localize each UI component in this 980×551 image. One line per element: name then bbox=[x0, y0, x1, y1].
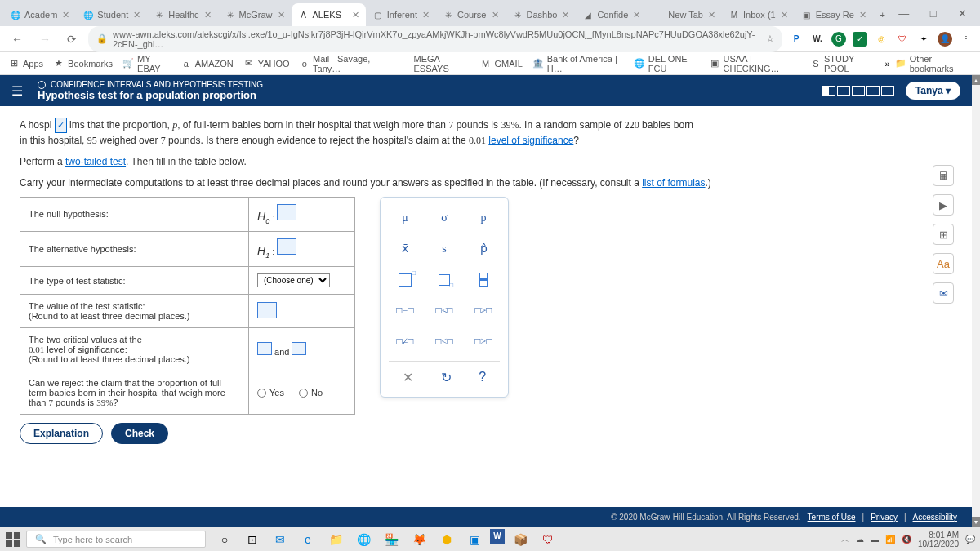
test-statistic-select[interactable]: (Choose one) bbox=[257, 273, 330, 287]
browser-tab-7[interactable]: ✳Dashbo✕ bbox=[506, 3, 577, 26]
hamburger-icon[interactable]: ☰ bbox=[11, 83, 23, 99]
palette-s[interactable]: s bbox=[428, 237, 461, 261]
palette-phat[interactable]: p̂ bbox=[467, 237, 500, 261]
check-button[interactable]: Check bbox=[111, 423, 168, 444]
test-statistic-value-input[interactable] bbox=[257, 302, 277, 318]
level-of-significance-link[interactable]: level of significance bbox=[488, 135, 573, 146]
start-button[interactable] bbox=[5, 531, 21, 548]
taskbar-search[interactable]: 🔍 Type here to search bbox=[26, 531, 206, 548]
palette-help[interactable]: ? bbox=[475, 367, 489, 389]
tab-close-icon[interactable]: ✕ bbox=[781, 10, 788, 20]
ext-icon-5[interactable]: ◎ bbox=[874, 32, 889, 47]
cortana-icon[interactable]: ○ bbox=[212, 529, 237, 550]
mail-app-icon[interactable]: ✉ bbox=[268, 529, 292, 550]
tray-battery-icon[interactable]: ▬ bbox=[871, 535, 879, 544]
yes-radio[interactable]: Yes bbox=[257, 388, 284, 398]
scrollbar-thumb-bottom[interactable]: ▾ bbox=[972, 517, 980, 527]
palette-lt[interactable]: □<□ bbox=[428, 330, 461, 354]
h0-input[interactable] bbox=[277, 204, 296, 220]
tray-wifi-icon[interactable]: 📶 bbox=[885, 535, 895, 544]
palette-ne[interactable]: □≠□ bbox=[389, 330, 421, 354]
palette-fraction[interactable] bbox=[467, 268, 500, 292]
bookmark-1[interactable]: ★Bookmarks bbox=[53, 54, 113, 73]
h1-input[interactable] bbox=[277, 238, 296, 255]
calculator-tool-icon[interactable]: 🖩 bbox=[933, 165, 954, 186]
palette-subscript[interactable]: □ bbox=[428, 268, 461, 292]
palette-ge[interactable]: □≥□ bbox=[467, 299, 500, 323]
browser-tab-1[interactable]: 🌐Student✕ bbox=[76, 3, 147, 26]
bookmark-11[interactable]: SSTUDY POOL bbox=[811, 54, 875, 73]
null-hypothesis-link[interactable]: null hypothesis bbox=[47, 209, 106, 219]
browser-tab-0[interactable]: 🌐Academ✕ bbox=[3, 3, 76, 26]
privacy-link[interactable]: Privacy bbox=[867, 513, 901, 522]
ext-icon-2[interactable]: W. bbox=[810, 32, 825, 47]
bookmark-10[interactable]: ▣USAA | CHECKING… bbox=[710, 54, 800, 73]
user-menu[interactable]: Tanya ▾ bbox=[906, 82, 960, 100]
mcafee-icon[interactable]: 🛡 bbox=[536, 529, 560, 550]
tab-close-icon[interactable]: ✕ bbox=[62, 10, 69, 20]
chrome-menu-icon[interactable]: ⋮ bbox=[959, 32, 973, 47]
bookmark-7[interactable]: MGMAIL bbox=[480, 54, 523, 73]
tab-close-icon[interactable]: ✕ bbox=[492, 10, 499, 20]
tab-close-icon[interactable]: ✕ bbox=[859, 10, 866, 20]
other-bookmarks[interactable]: 📁 Other bookmarks bbox=[895, 54, 972, 73]
no-radio[interactable]: No bbox=[299, 388, 323, 398]
forward-button[interactable]: → bbox=[34, 29, 56, 49]
bookmark-6[interactable]: MEGA ESSAYS bbox=[400, 54, 470, 73]
two-tailed-link[interactable]: two-tailed test bbox=[65, 156, 126, 167]
tab-close-icon[interactable]: ✕ bbox=[708, 10, 715, 20]
list-of-formulas-link[interactable]: list of formulas bbox=[642, 177, 705, 189]
browser-tab-8[interactable]: ◢Confide✕ bbox=[576, 3, 647, 26]
palette-le[interactable]: □≤□ bbox=[428, 299, 461, 323]
alt-hypothesis-link[interactable]: alternative hypothesis bbox=[47, 244, 133, 254]
palette-exponent[interactable] bbox=[389, 268, 421, 292]
video-tool-icon[interactable]: ▶ bbox=[933, 194, 954, 216]
palette-p[interactable]: p bbox=[467, 206, 500, 230]
close-window-button[interactable]: ✕ bbox=[951, 2, 974, 24]
scrollbar-thumb-top[interactable]: ▴ bbox=[972, 75, 980, 85]
palette-gt[interactable]: □>□ bbox=[467, 330, 500, 354]
tab-close-icon[interactable]: ✕ bbox=[204, 10, 212, 20]
explorer-icon[interactable]: 📁 bbox=[323, 529, 348, 550]
edge-icon[interactable]: e bbox=[296, 529, 320, 550]
vertical-scrollbar[interactable]: ▴ ▾ bbox=[972, 75, 980, 527]
bookmark-0[interactable]: ⊞Apps bbox=[8, 54, 43, 73]
browser-tab-10[interactable]: MInbox (1✕ bbox=[722, 3, 795, 26]
tab-close-icon[interactable]: ✕ bbox=[562, 10, 569, 20]
app-icon-2[interactable]: ▣ bbox=[462, 529, 487, 550]
star-icon[interactable]: ☆ bbox=[766, 33, 774, 44]
word-icon[interactable]: W bbox=[490, 529, 505, 544]
crit-val-1-input[interactable] bbox=[257, 342, 272, 355]
text-tool-icon[interactable]: Aa bbox=[933, 253, 954, 274]
tab-close-icon[interactable]: ✕ bbox=[278, 10, 285, 20]
palette-eq[interactable]: □=□ bbox=[389, 299, 421, 323]
terms-link[interactable]: Terms of Use bbox=[804, 513, 859, 522]
browser-tab-9[interactable]: New Tab✕ bbox=[647, 3, 722, 26]
accessibility-link[interactable]: Accessibility bbox=[910, 513, 960, 522]
ext-icon-6[interactable]: 🛡 bbox=[895, 32, 910, 47]
browser-tab-5[interactable]: ▢Inferent✕ bbox=[366, 3, 436, 26]
browser-tab-6[interactable]: ✳Course✕ bbox=[436, 3, 505, 26]
browser-tab-3[interactable]: ✳McGraw✕ bbox=[218, 3, 292, 26]
tray-clock[interactable]: 8:01 AM 10/12/2020 bbox=[918, 531, 959, 549]
bookmark-3[interactable]: aAMAZON bbox=[180, 54, 234, 73]
task-view-icon[interactable]: ⊡ bbox=[240, 529, 265, 550]
app-icon-1[interactable]: ⬢ bbox=[434, 529, 459, 550]
tray-chevron-icon[interactable]: ︿ bbox=[841, 534, 849, 545]
bookmark-9[interactable]: 🌐DEL ONE FCU bbox=[634, 54, 700, 73]
crit-val-2-input[interactable] bbox=[292, 342, 306, 355]
ext-icon-1[interactable]: P bbox=[789, 32, 804, 47]
ext-icon-4[interactable]: ✓ bbox=[853, 32, 867, 47]
bookmark-4[interactable]: ✉YAHOO bbox=[243, 54, 290, 73]
app-icon-3[interactable]: 📦 bbox=[508, 529, 532, 550]
bookmark-5[interactable]: oMail - Savage, Tany… bbox=[300, 54, 390, 73]
table-tool-icon[interactable]: ⊞ bbox=[933, 224, 954, 245]
extensions-icon[interactable]: ✦ bbox=[916, 32, 931, 47]
test-statistic-link[interactable]: test statistic bbox=[76, 276, 122, 286]
new-tab-button[interactable]: + bbox=[873, 3, 893, 26]
tab-close-icon[interactable]: ✕ bbox=[633, 10, 640, 20]
tray-volume-icon[interactable]: 🔇 bbox=[902, 535, 911, 544]
maximize-button[interactable]: □ bbox=[922, 2, 945, 24]
reload-button[interactable]: ⟳ bbox=[62, 29, 82, 49]
bookmark-8[interactable]: 🏦Bank of America | H… bbox=[532, 54, 624, 73]
